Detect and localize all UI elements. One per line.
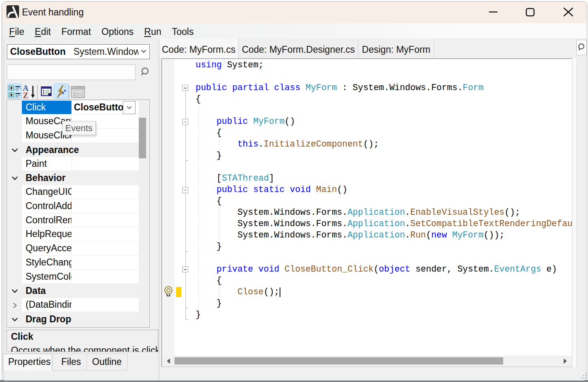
svg-text:Z: Z — [23, 91, 28, 100]
